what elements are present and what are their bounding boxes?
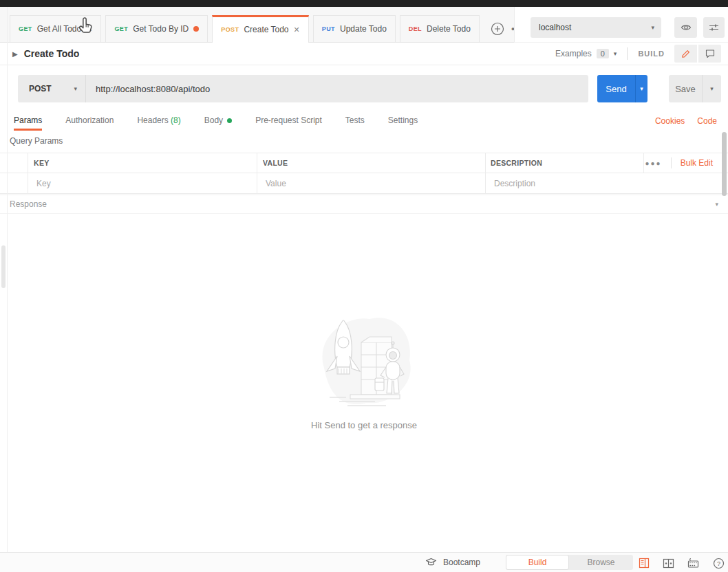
table-header-row: KEY VALUE DESCRIPTION ●●● Bulk Edit [0,153,728,173]
row-select-column [0,153,28,173]
tab-tests[interactable]: Tests [345,111,365,131]
cookies-link[interactable]: Cookies [655,116,685,126]
chevron-down-icon: ▾ [74,85,77,92]
table-actions: ●●● Bulk Edit [643,153,728,173]
close-tab-icon[interactable]: ✕ [294,26,300,34]
request-config-tabs: Params Authorization Headers (8) Body Pr… [0,111,728,131]
help-icon: ? [713,558,725,569]
url-input[interactable] [86,75,588,102]
request-title-row: ▶ Create Todo Examples 0 ▾ BUILD [0,43,728,65]
divider [671,157,672,168]
window-top-strip [0,0,728,7]
new-tab-button[interactable] [490,16,505,42]
empty-response-message: Hit Send to get a response [0,420,728,430]
method-badge: DEL [409,25,422,32]
comment-icon [705,49,715,58]
eye-icon [681,23,692,32]
tab-prerequest-script[interactable]: Pre-request Script [255,111,322,131]
save-options-button[interactable]: ▾ [702,75,721,102]
table-row [0,173,728,194]
tab-get-todo-by-id[interactable]: GET Get Todo By ID [105,15,208,42]
param-description-input[interactable] [491,179,716,188]
left-panel-border [7,7,8,552]
save-button-group: Save ▾ [669,75,721,102]
request-tabbar: GET Get All Todo ✕ GET Get Todo By ID PO… [0,7,728,43]
send-button-group: Send ▾ [597,75,647,102]
tab-update-todo[interactable]: PUT Update Todo [313,15,396,42]
tab-delete-todo[interactable]: DEL Delete Todo [400,15,480,42]
plus-circle-icon [490,21,505,36]
bootcamp-label: Bootcamp [443,558,480,567]
build-toggle-button[interactable]: Build [506,555,569,570]
pencil-icon [681,49,691,58]
svg-text:?: ? [716,560,720,567]
method-badge: GET [114,25,128,32]
environment-area: localhost ▾ [514,7,728,43]
tab-get-all-todo[interactable]: GET Get All Todo ✕ [10,15,101,42]
send-button[interactable]: Send [597,75,635,102]
tab-params[interactable]: Params [14,111,42,131]
two-pane-view-button[interactable] [662,557,674,569]
bulk-edit-link[interactable]: Bulk Edit [681,158,713,168]
unsaved-dot-icon [193,26,199,32]
method-selector[interactable]: POST ▾ [18,75,86,102]
examples-dropdown[interactable]: Examples [555,49,592,58]
request-links: Cookies Code [655,116,728,126]
tab-label: Delete Todo [427,24,471,34]
send-options-button[interactable]: ▾ [635,75,647,102]
query-params-title: Query Params [10,136,63,146]
close-tab-icon[interactable]: ✕ [86,25,92,33]
tab-authorization[interactable]: Authorization [65,111,114,131]
environment-settings-button[interactable] [703,17,725,38]
param-value-input[interactable] [263,179,474,188]
url-row: POST ▾ Send ▾ Save ▾ [0,65,728,111]
vertical-scrollbar[interactable] [722,132,727,196]
tab-body[interactable]: Body [204,111,232,131]
environment-quick-look-button[interactable] [674,17,697,38]
title-row-actions: Examples 0 ▾ BUILD [555,45,721,63]
row-select-cell [0,173,28,193]
chevron-down-icon: ▾ [710,85,714,92]
chevron-down-icon[interactable]: ▾ [715,201,718,208]
bootcamp-button[interactable]: Bootcamp [425,553,480,572]
open-request-tabs: GET Get All Todo ✕ GET Get Todo By ID PO… [0,7,514,43]
tab-settings[interactable]: Settings [388,111,418,131]
panel-drag-handle[interactable] [1,245,6,288]
tab-headers-label: Headers [137,116,168,125]
more-options-icon[interactable]: ●●● [645,160,662,167]
shortcuts-button[interactable] [687,557,699,569]
edit-request-button[interactable] [674,45,697,63]
tab-create-todo[interactable]: POST Create Todo ✕ [212,15,308,42]
changelog-panel-button[interactable] [638,557,650,569]
tab-label: Get All Todo [37,24,82,34]
tab-label: Create Todo [244,25,288,34]
body-filled-dot-icon [227,118,232,123]
empty-response-illustration [0,309,728,412]
collapse-request-icon[interactable]: ▶ [12,50,18,58]
tab-body-label: Body [204,116,223,125]
two-pane-icon [663,558,674,569]
param-key-input[interactable] [34,179,246,188]
tab-label: Get Todo By ID [133,24,189,34]
tab-headers[interactable]: Headers (8) [137,111,180,131]
method-badge: POST [221,26,239,33]
method-badge: PUT [322,25,335,32]
environment-name: localhost [539,23,651,32]
chevron-down-icon: ▾ [651,24,654,31]
changelog-icon [639,558,650,569]
comments-button[interactable] [698,45,721,63]
response-section-header[interactable]: Response ▾ [0,195,728,214]
browse-toggle-button[interactable]: Browse [569,555,633,570]
environment-selector[interactable]: localhost ▾ [531,17,661,38]
code-link[interactable]: Code [697,116,717,126]
chevron-down-icon[interactable]: ▾ [614,50,617,57]
help-button[interactable]: ? [712,557,725,569]
request-name: Create Todo [24,48,80,59]
save-button[interactable]: Save [669,75,702,102]
sliders-icon [709,23,719,32]
method-badge: GET [19,25,32,32]
build-browse-toggle: Build Browse [506,555,633,570]
response-label: Response [10,199,715,209]
graduation-cap-icon [425,558,437,567]
column-header-value: VALUE [257,153,485,173]
